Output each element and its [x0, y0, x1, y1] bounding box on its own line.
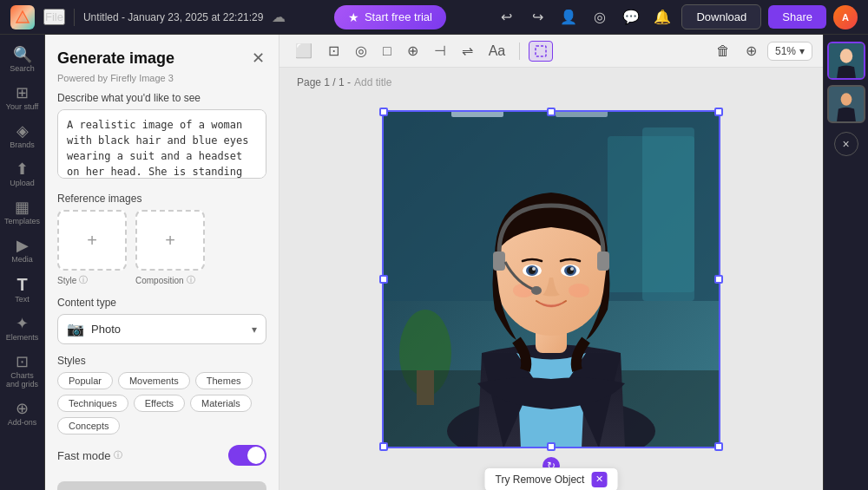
toolbar-crop-icon[interactable]: ⊡ [323, 39, 345, 62]
svg-rect-7 [451, 110, 503, 117]
toolbar-frame-icon[interactable]: ⬜ [290, 39, 318, 62]
file-menu[interactable]: File [43, 9, 65, 25]
redo-button[interactable]: ↪ [525, 5, 549, 29]
comment-icon[interactable]: 💬 [619, 5, 643, 29]
toggle-knob [247, 447, 265, 464]
sidebar-label-elements: Elements [6, 333, 39, 342]
ref-labels-row: Style ⓘ Composition ⓘ [57, 274, 266, 286]
toolbar-adjust-icon[interactable]: ⊣ [429, 39, 451, 62]
ref-image-composition[interactable]: + [135, 210, 205, 271]
sidebar-label-addons: Add-ons [8, 418, 37, 427]
reference-images-label: Reference images [57, 193, 266, 205]
zoom-arrow-icon: ▾ [799, 45, 805, 57]
composition-label: Composition ⓘ [135, 274, 205, 286]
dropdown-arrow-icon: ▾ [252, 323, 257, 336]
prompt-section: Describe what you'd like to see A realis… [45, 92, 279, 193]
canvas-page-label: Page 1 / 1 - Add title [297, 76, 391, 88]
svg-point-23 [513, 284, 534, 297]
add-title-link[interactable]: Add title [354, 76, 391, 88]
trial-button[interactable]: ★ Start free trial [334, 5, 446, 29]
topbar: File Untitled - January 23, 2025 at 22:2… [0, 0, 868, 35]
fast-mode-row: Fast mode ⓘ [45, 445, 279, 474]
prompt-input[interactable]: A realistic image of a woman with black … [57, 109, 266, 179]
svg-point-31 [840, 93, 852, 106]
style-tag-concepts[interactable]: Concepts [57, 417, 120, 434]
style-tag-popular[interactable]: Popular [57, 372, 113, 389]
center-area: ⬜ ⊡ ◎ □ ⊕ ⊣ ⇌ Aa 🗑 ⊕ 51% ▾ [279, 35, 823, 490]
delete-icon[interactable]: 🗑 [711, 40, 735, 62]
sidebar-label-templates: Templates [4, 217, 40, 225]
toolbar-separator [519, 42, 520, 60]
sidebar-item-templates[interactable]: ▦ Templates [3, 194, 43, 231]
content-type-dropdown[interactable]: 📷 Photo ▾ [57, 314, 266, 344]
styles-label: Styles [57, 355, 266, 367]
svg-point-29 [839, 49, 852, 62]
sidebar-label-upload: Upload [10, 179, 35, 187]
media-icon: ▶ [16, 238, 29, 253]
thumb-img-2 [829, 87, 864, 121]
sidebar-item-upload[interactable]: ⬆ Upload [3, 156, 43, 193]
addons-icon: ⊕ [16, 401, 29, 416]
main-layout: 🔍 Search ⊞ Your stuff ◈ Brands ⬆ Upload … [0, 35, 868, 490]
generate-button[interactable]: Generate [57, 481, 266, 490]
add-icon[interactable]: ⊕ [740, 39, 762, 62]
sidebar-item-brands[interactable]: ◈ Brands [3, 118, 43, 154]
try-remove-badge[interactable]: Try Remove Object ✕ [484, 467, 619, 491]
notification-icon[interactable]: 🔔 [650, 5, 674, 29]
toolbar-flip-icon[interactable]: ⇌ [457, 39, 478, 62]
zoom-control[interactable]: 51% ▾ [767, 42, 812, 61]
sidebar-item-your-stuff[interactable]: ⊞ Your stuff [3, 80, 43, 116]
right-panel-close-button[interactable]: × [834, 132, 858, 156]
toolbar-select-icon[interactable] [529, 41, 553, 62]
toolbar-text-overlay-icon[interactable]: Aa [483, 40, 511, 62]
sidebar-item-addons[interactable]: ⊕ Add-ons [3, 395, 43, 432]
canvas-area: Page 1 / 1 - Add title [279, 68, 823, 490]
sidebar-item-media[interactable]: ▶ Media [3, 232, 43, 269]
style-info-icon[interactable]: ⓘ [79, 274, 88, 286]
toolbar-photo-icon[interactable]: ⊕ [402, 39, 424, 62]
sidebar-item-charts[interactable]: ⊡ Charts and grids [3, 349, 43, 394]
icon-sidebar: 🔍 Search ⊞ Your stuff ◈ Brands ⬆ Upload … [0, 35, 45, 490]
sidebar-item-text[interactable]: T Text [3, 271, 43, 309]
style-tag-movements[interactable]: Movements [118, 372, 190, 389]
avatar[interactable]: A [833, 5, 858, 29]
sidebar-label-media: Media [11, 255, 33, 264]
right-panel: × [823, 35, 868, 490]
try-remove-close-button[interactable]: ✕ [591, 472, 607, 487]
style-tag-techniques[interactable]: Techniques [57, 395, 128, 412]
fast-mode-info-icon[interactable]: ⓘ [114, 449, 122, 461]
location-icon[interactable]: ◎ [588, 5, 612, 29]
composition-info-icon[interactable]: ⓘ [187, 274, 195, 286]
style-tag-materials[interactable]: Materials [190, 395, 252, 412]
filename: Untitled - January 23, 2025 at 22:21:29 [83, 11, 263, 23]
ref-image-style[interactable]: + [57, 210, 127, 271]
svg-point-27 [531, 286, 542, 295]
sidebar-item-search[interactable]: 🔍 Search [3, 42, 43, 78]
toolbar-shape-icon[interactable]: ◎ [350, 39, 372, 62]
divider [74, 9, 75, 26]
content-type-label: Content type [57, 297, 266, 309]
fast-mode-toggle[interactable] [228, 445, 266, 466]
user-icon[interactable]: 👤 [556, 5, 581, 29]
panel-title: Generate image [57, 49, 174, 68]
share-button[interactable]: Share [768, 5, 826, 29]
thumbnail-2[interactable] [827, 85, 865, 123]
panel-close-button[interactable]: ✕ [250, 47, 266, 69]
canvas-image-container[interactable]: ↻ Try Remove Object ✕ [382, 110, 720, 448]
download-button[interactable]: Download [681, 4, 761, 29]
fast-mode-label: Fast mode ⓘ [57, 449, 122, 462]
generate-panel: Generate image ✕ Powered by Firefly Imag… [45, 35, 279, 490]
generate-button-wrap: Generate [45, 474, 279, 490]
content-type-value: Photo [91, 323, 245, 336]
undo-button[interactable]: ↩ [494, 5, 518, 29]
style-tag-themes[interactable]: Themes [195, 372, 253, 389]
svg-point-18 [532, 267, 536, 271]
svg-rect-2 [536, 46, 546, 56]
toolbar-rect-icon[interactable]: □ [378, 40, 397, 62]
sidebar-item-elements[interactable]: ✦ Elements [3, 310, 43, 347]
thumb-img-1 [829, 43, 864, 78]
svg-rect-6 [642, 127, 694, 301]
prompt-label: Describe what you'd like to see [57, 92, 266, 104]
style-tag-effects[interactable]: Effects [134, 395, 185, 412]
thumbnail-1[interactable] [827, 42, 865, 80]
